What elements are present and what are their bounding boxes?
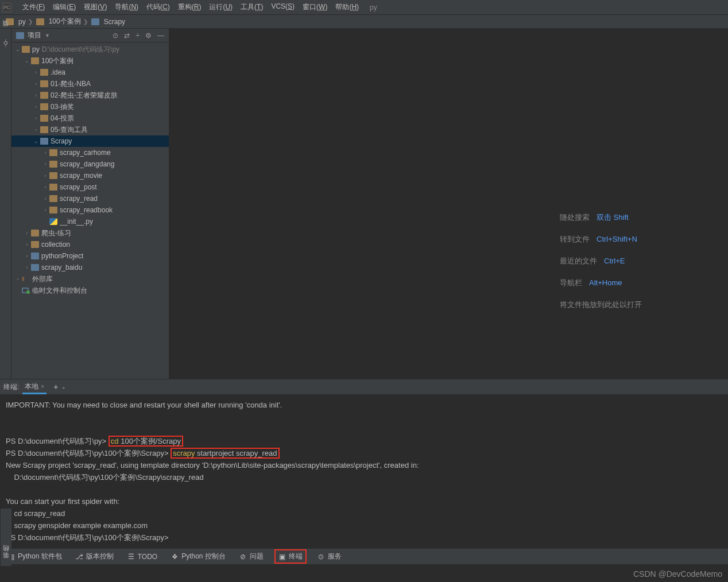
tree-node[interactable]: 临时文件和控制台 bbox=[11, 285, 169, 296]
tree-label: 04-投票 bbox=[51, 114, 74, 123]
editor-hint: 导航栏Alt+Home bbox=[560, 272, 642, 294]
menu-item[interactable]: 运行(U) bbox=[205, 2, 237, 12]
tree-node[interactable]: ›scrapy_read bbox=[11, 193, 169, 204]
folder-b-icon bbox=[40, 138, 48, 145]
chevron-icon[interactable]: › bbox=[33, 104, 39, 110]
settings-icon[interactable]: ⚙ bbox=[145, 32, 152, 40]
chevron-icon[interactable]: › bbox=[24, 230, 30, 236]
tree-node[interactable]: __init__.py bbox=[11, 216, 169, 227]
editor-hint: 转到文件Ctrl+Shift+N bbox=[560, 228, 642, 250]
tree-node[interactable]: ⌄Scrapy bbox=[11, 135, 169, 147]
tree-label: scrapy_read bbox=[60, 195, 98, 203]
folder-icon bbox=[31, 57, 39, 64]
terminal-tab-local[interactable]: 本地× bbox=[22, 380, 47, 394]
menu-item[interactable]: 视图(V) bbox=[80, 2, 111, 12]
crumb[interactable]: 100个案例 bbox=[35, 17, 81, 26]
folder-icon bbox=[49, 172, 57, 179]
tree-node[interactable]: ›scrapy_movie bbox=[11, 170, 169, 181]
tree-node[interactable]: ⌄100个案例 bbox=[11, 55, 169, 67]
menu-item[interactable]: 重构(R) bbox=[174, 2, 206, 12]
chevron-icon[interactable]: › bbox=[42, 173, 48, 179]
folder-icon bbox=[31, 241, 39, 248]
svc-icon: ⊙ bbox=[317, 553, 325, 560]
new-terminal-button[interactable]: + bbox=[53, 382, 58, 391]
chevron-icon[interactable]: › bbox=[24, 242, 30, 247]
tree-node[interactable]: ›05-查询工具 bbox=[11, 124, 169, 135]
tree-label: 爬虫-练习 bbox=[41, 228, 71, 238]
chevron-icon: ❯ bbox=[83, 18, 88, 25]
hide-icon[interactable]: — bbox=[157, 32, 164, 40]
close-icon[interactable]: × bbox=[41, 383, 44, 390]
bottom-tab-prob[interactable]: ⊘问题 bbox=[237, 550, 266, 562]
bottom-tab-svc[interactable]: ⊙服务 bbox=[315, 550, 344, 562]
vcs-icon: ⎇ bbox=[76, 553, 83, 560]
tree-node[interactable]: ›scrapy_dangdang bbox=[11, 158, 169, 170]
chevron-icon[interactable]: › bbox=[42, 207, 48, 213]
chevron-down-icon[interactable]: ⌄ bbox=[61, 384, 66, 390]
menu-item[interactable]: 帮助(H) bbox=[331, 2, 363, 12]
menu-item[interactable]: 代码(C) bbox=[142, 2, 174, 12]
expand-icon[interactable]: ⇄ bbox=[124, 32, 130, 40]
panel-title[interactable]: 项目 bbox=[28, 30, 41, 40]
menu-item[interactable]: 导航(N) bbox=[111, 2, 142, 12]
tree-label: 临时文件和控制台 bbox=[32, 286, 87, 296]
chevron-icon[interactable]: ⌄ bbox=[33, 138, 39, 144]
commit-icon[interactable] bbox=[2, 39, 10, 47]
crumb[interactable]: py bbox=[5, 18, 26, 26]
tree-node[interactable]: ›scrapy_readbook bbox=[11, 204, 169, 216]
tree-node[interactable]: ›scrapy_post bbox=[11, 181, 169, 193]
collapse-icon[interactable]: ÷ bbox=[135, 32, 140, 40]
chevron-icon[interactable]: › bbox=[24, 253, 30, 259]
chevron-icon[interactable]: › bbox=[42, 150, 48, 156]
menu-item[interactable]: 文件(F) bbox=[18, 2, 49, 12]
tree-node[interactable]: ⌄py D:\document\代码练习\py bbox=[11, 44, 169, 55]
tree-node[interactable]: ›爬虫-练习 bbox=[11, 227, 169, 239]
tree-node[interactable]: ›collection bbox=[11, 239, 169, 250]
folder-icon bbox=[31, 230, 39, 236]
chevron-icon[interactable]: ⌄ bbox=[15, 46, 21, 52]
tree-node[interactable]: ›04-投票 bbox=[11, 112, 169, 124]
tree-node[interactable]: ›03-抽奖 bbox=[11, 101, 169, 112]
project-icon bbox=[16, 32, 24, 39]
chevron-icon[interactable]: › bbox=[33, 81, 39, 87]
tree-node[interactable]: ›scrapy_baidu bbox=[11, 262, 169, 273]
py-icon bbox=[49, 218, 57, 225]
menu-item[interactable]: 编辑(E) bbox=[49, 2, 80, 12]
menu-item[interactable]: VCS(S) bbox=[267, 2, 299, 12]
chevron-icon[interactable]: › bbox=[24, 265, 30, 270]
crumb[interactable]: Scrapy bbox=[90, 18, 125, 26]
folder-icon bbox=[49, 195, 57, 202]
tree-label: scrapy_carhome bbox=[60, 149, 111, 157]
tree-node[interactable]: ›.idea bbox=[11, 67, 169, 78]
bottom-tab-term[interactable]: ▣终端 bbox=[274, 549, 307, 564]
chevron-icon[interactable]: ⌄ bbox=[24, 58, 30, 64]
terminal-output[interactable]: IMPORTANT: You may need to close and res… bbox=[0, 394, 728, 548]
locate-icon[interactable]: ⊙ bbox=[113, 32, 118, 40]
chevron-icon[interactable]: › bbox=[42, 161, 48, 167]
tree-label: 02-爬虫-王者荣耀皮肤 bbox=[51, 91, 118, 100]
chevron-icon[interactable]: › bbox=[33, 127, 39, 133]
tree-node[interactable]: ›01-爬虫-NBA bbox=[11, 78, 169, 90]
chevron-icon[interactable]: › bbox=[33, 115, 39, 121]
folder-icon bbox=[49, 149, 57, 156]
project-tree[interactable]: ⌄py D:\document\代码练习\py⌄100个案例›.idea›01-… bbox=[11, 42, 169, 379]
chevron-icon[interactable]: › bbox=[15, 276, 21, 282]
bottom-tab-todo[interactable]: ☰TODO bbox=[125, 552, 160, 562]
chevron-icon[interactable]: › bbox=[42, 184, 48, 190]
chevron-icon: ❯ bbox=[28, 18, 33, 25]
menu-item[interactable]: 工具(T) bbox=[237, 2, 267, 12]
editor-area: 随处搜索双击 Shift转到文件Ctrl+Shift+N最近的文件Ctrl+E导… bbox=[169, 29, 728, 379]
chevron-icon[interactable]: › bbox=[42, 196, 48, 201]
bottom-tab-pyc[interactable]: ❖Python 控制台 bbox=[168, 550, 229, 562]
menu-item[interactable]: 窗口(W) bbox=[299, 2, 331, 12]
tree-node[interactable]: ›scrapy_carhome bbox=[11, 147, 169, 158]
dropdown-icon[interactable]: ▼ bbox=[45, 33, 50, 38]
chevron-icon[interactable]: › bbox=[33, 69, 39, 75]
chevron-icon[interactable]: › bbox=[33, 92, 39, 98]
bottom-tab-vcs[interactable]: ⎇版本控制 bbox=[73, 550, 117, 562]
tree-node[interactable]: ›pythonProject bbox=[11, 250, 169, 262]
tree-node[interactable]: ›⫴外部库 bbox=[11, 273, 169, 285]
tree-node[interactable]: ›02-爬虫-王者荣耀皮肤 bbox=[11, 90, 169, 101]
bottom-tab-pkg[interactable]: ▤Python 软件包 bbox=[5, 550, 65, 562]
folder-icon bbox=[40, 115, 48, 122]
